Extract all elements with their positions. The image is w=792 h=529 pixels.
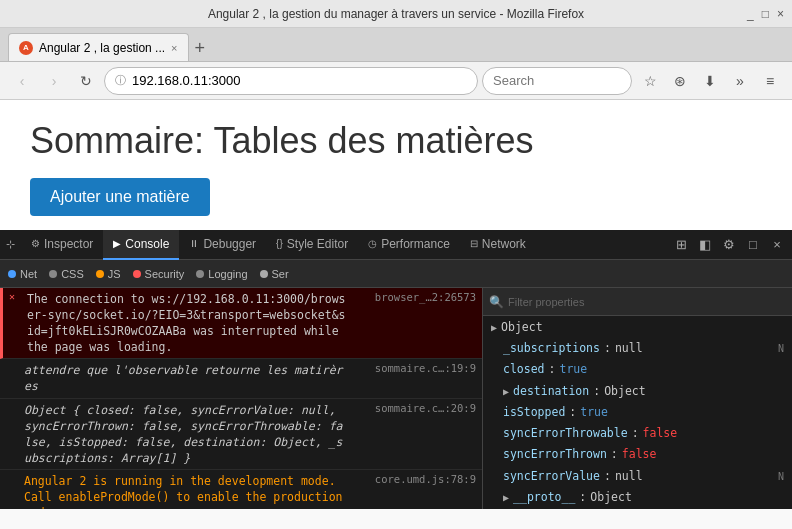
security-icon: ⓘ [115, 73, 126, 88]
prop-val-destination: Object [604, 383, 646, 400]
tab-style-editor[interactable]: {} Style Editor [266, 230, 358, 260]
prop-val-isstopped: true [580, 404, 608, 421]
address-bar: ⓘ [104, 67, 478, 95]
prop-name-syncErrorThrowable: syncErrorThrowable [503, 425, 628, 442]
close-btn[interactable]: × [777, 7, 784, 21]
prop-section-header: ▶ Object [483, 316, 792, 338]
expand-destination[interactable]: ▶ [503, 384, 509, 399]
console-text-2: attendre que l'observable retourne les m… [24, 362, 348, 394]
filter-logging[interactable]: Logging [192, 263, 251, 285]
menu-icon[interactable]: ≡ [756, 67, 784, 95]
search-icon: 🔍 [489, 295, 504, 309]
console-icon: ▶ [113, 238, 121, 249]
inspector-label: Inspector [44, 237, 93, 251]
filter-ser[interactable]: Ser [256, 263, 293, 285]
nav-bar: ‹ › ↻ ⓘ ☆ ⊛ ⬇ » ≡ [0, 62, 792, 100]
inspector-icon: ⚙ [31, 238, 40, 249]
search-bar [482, 67, 632, 95]
tab-label: Angular 2 , la gestion ... [39, 41, 165, 55]
filter-css[interactable]: CSS [45, 263, 88, 285]
devtools-dock-btn[interactable]: □ [742, 234, 764, 256]
console-text-error: The connection to ws://192.168.0.11:3000… [27, 291, 348, 355]
devtools-settings-btn[interactable]: ⚙ [718, 234, 740, 256]
css-label: CSS [61, 268, 84, 280]
prop-name-syncErrorValue: syncErrorValue [503, 468, 600, 485]
devtools-close-btn[interactable]: × [766, 234, 788, 256]
back-button[interactable]: ‹ [8, 67, 36, 95]
console-loc-4[interactable]: core.umd.js:78:9 [356, 473, 476, 485]
devtools-toolbar: ⊹ ⚙ Inspector ▶ Console ⏸ Debugger {} St… [0, 230, 792, 260]
console-loc-1[interactable]: browser_…2:26573 [356, 291, 476, 303]
tab-network[interactable]: ⊟ Network [460, 230, 536, 260]
console-row-error: ✕ The connection to ws://192.168.0.11:30… [0, 288, 482, 359]
filter-js[interactable]: JS [92, 263, 125, 285]
minimize-btn[interactable]: _ [747, 7, 754, 21]
tab-performance[interactable]: ◷ Performance [358, 230, 460, 260]
reload-button[interactable]: ↻ [72, 67, 100, 95]
overflow-icon[interactable]: » [726, 67, 754, 95]
tab-bar: A Angular 2 , la gestion ... × + [0, 28, 792, 62]
performance-icon: ◷ [368, 238, 377, 249]
devtools: ⊹ ⚙ Inspector ▶ Console ⏸ Debugger {} St… [0, 230, 792, 509]
prop-name-subscriptions: _subscriptions [503, 340, 600, 357]
browser-tab[interactable]: A Angular 2 , la gestion ... × [8, 33, 189, 61]
prop-name-closed: closed [503, 361, 545, 378]
prop-val-syncErrorThrowable: false [643, 425, 678, 442]
net-dot [8, 270, 16, 278]
filter-security[interactable]: Security [129, 263, 189, 285]
tab-inspector[interactable]: ⚙ Inspector [21, 230, 103, 260]
tab-console[interactable]: ▶ Console [103, 230, 179, 260]
devtools-body: ✕ The connection to ws://192.168.0.11:30… [0, 288, 792, 509]
devtools-pick-btn[interactable]: ⊹ [0, 230, 21, 260]
console-loc-3[interactable]: sommaire.c…:20:9 [356, 402, 476, 414]
tab-close-btn[interactable]: × [171, 42, 177, 54]
prop-name-syncErrorThrown: syncErrorThrown [503, 446, 607, 463]
url-input[interactable] [132, 73, 467, 88]
forward-button[interactable]: › [40, 67, 68, 95]
maximize-btn[interactable]: □ [762, 7, 769, 21]
filter-net[interactable]: Net [4, 263, 41, 285]
console-label: Console [125, 237, 169, 251]
devtools-responsive-btn[interactable]: ⊞ [670, 234, 692, 256]
search-input[interactable] [493, 73, 621, 88]
console-row-3: Object { closed: false, syncErrorValue: … [0, 399, 482, 470]
prop-name-isstopped: isStopped [503, 404, 565, 421]
prop-filter-bar: 🔍 [483, 288, 792, 316]
new-tab-button[interactable]: + [189, 38, 212, 59]
logging-label: Logging [208, 268, 247, 280]
downloads-icon[interactable]: ⬇ [696, 67, 724, 95]
nav-icons: ☆ ⊛ ⬇ » ≡ [636, 67, 784, 95]
prop-name-proto: __proto__ [513, 489, 575, 506]
window-title: Angular 2 , la gestion du manager à trav… [208, 7, 584, 21]
section-arrow: ▶ [491, 322, 497, 333]
prop-closed: closed : true [483, 359, 792, 380]
console-loc-2[interactable]: sommaire.c…:19:9 [356, 362, 476, 374]
tab-debugger[interactable]: ⏸ Debugger [179, 230, 266, 260]
title-bar: Angular 2 , la gestion du manager à trav… [0, 0, 792, 28]
prop-val-syncErrorValue: null [615, 468, 643, 485]
prop-subscriptions: _subscriptions : null N [483, 338, 792, 359]
expand-proto[interactable]: ▶ [503, 490, 509, 505]
network-icon: ⊟ [470, 238, 478, 249]
window-controls[interactable]: _ □ × [747, 7, 784, 21]
prop-proto: ▶ __proto__ : Object [483, 487, 792, 508]
prop-syncErrorValue: syncErrorValue : null N [483, 466, 792, 487]
prop-n-syncErrorValue: N [778, 469, 784, 484]
bookmark-icon[interactable]: ☆ [636, 67, 664, 95]
devtools-right-icons: ⊞ ◧ ⚙ □ × [670, 234, 788, 256]
debugger-label: Debugger [203, 237, 256, 251]
add-matiere-button[interactable]: Ajouter une matière [30, 178, 210, 216]
ser-dot [260, 270, 268, 278]
pocket-icon[interactable]: ⊛ [666, 67, 694, 95]
security-dot [133, 270, 141, 278]
main-content: Sommaire: Tables des matières Ajouter un… [0, 100, 792, 230]
prop-filter-input[interactable] [508, 296, 786, 308]
console-text-3: Object { closed: false, syncErrorValue: … [24, 402, 348, 466]
security-label: Security [145, 268, 185, 280]
prop-syncErrorThrowable: syncErrorThrowable : false [483, 423, 792, 444]
tab-favicon: A [19, 41, 33, 55]
performance-label: Performance [381, 237, 450, 251]
devtools-split-btn[interactable]: ◧ [694, 234, 716, 256]
console-panel[interactable]: ✕ The connection to ws://192.168.0.11:30… [0, 288, 482, 509]
prop-name-destination: destination [513, 383, 589, 400]
